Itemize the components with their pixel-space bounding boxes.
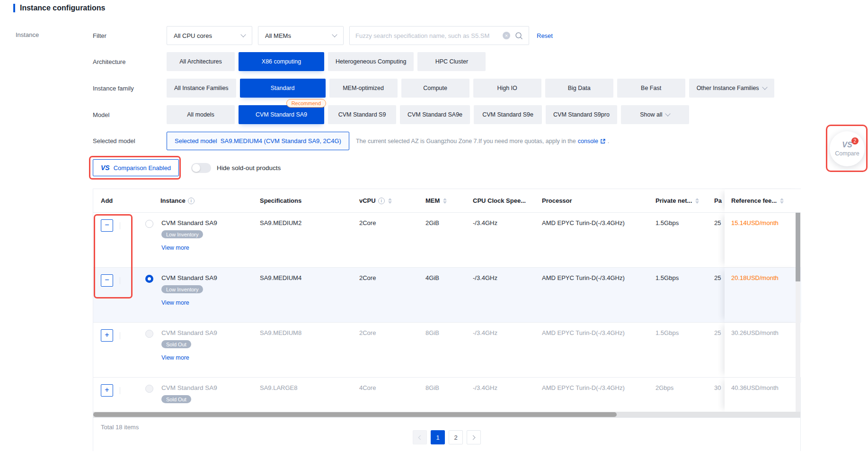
packet-cell-value: 25 <box>714 274 721 281</box>
instance-cell: CVM Standard SA9Low InventoryView more <box>138 268 252 322</box>
option-standard[interactable]: Standard <box>240 79 326 98</box>
horizontal-scrollbar-thumb[interactable] <box>93 412 617 417</box>
selected-model-label: Selected model <box>93 137 167 145</box>
sort-icon[interactable] <box>388 198 392 204</box>
packet-cell: 25 <box>710 268 725 322</box>
clear-search-icon[interactable]: × <box>503 32 510 39</box>
chevron-down-icon <box>332 32 337 37</box>
option-label: All Architectures <box>179 58 222 65</box>
comparison-enabled-label: Comparison Enabled <box>114 164 171 172</box>
selected-model-row: Selected model Selected model SA9.MEDIUM… <box>93 132 609 150</box>
view-more-link[interactable]: View more <box>161 354 189 361</box>
instance-radio[interactable] <box>145 275 153 283</box>
horizontal-scrollbar[interactable] <box>93 412 800 417</box>
view-more-link[interactable]: View more <box>161 244 189 251</box>
search-icon[interactable] <box>515 32 523 40</box>
add-to-compare-button[interactable]: + <box>101 329 113 342</box>
option-all-models[interactable]: All models <box>167 105 235 124</box>
option-heterogeneous-computing[interactable]: Heterogeneous Computing <box>328 52 414 71</box>
pagination-page-2[interactable]: 2 <box>449 430 463 444</box>
table-row: +CVM Standard SA9Sold OutView moreSA9.ME… <box>93 323 800 378</box>
processor-cell-value: AMD EPYC Turin-D(-/3.4GHz) <box>542 329 625 336</box>
option-big-data[interactable]: Big Data <box>545 79 613 98</box>
table-row: +CVM Standard SA9Sold OutSA9.LARGE84Core… <box>93 378 800 412</box>
private-network-cell-value: 1.5Gbps <box>655 329 679 336</box>
pagination-page-1[interactable]: 1 <box>431 430 445 444</box>
table-row: −CVM Standard SA9Low InventoryView moreS… <box>93 213 800 268</box>
option-label: HPC Cluster <box>435 58 468 65</box>
column-header-vcpu[interactable]: vCPUi <box>352 189 418 212</box>
option-other-instance-families[interactable]: Other Instance Families <box>689 79 774 98</box>
console-link[interactable]: console <box>578 138 598 145</box>
price-value: 20.18USD/month <box>731 274 779 281</box>
instance-radio[interactable] <box>145 220 153 228</box>
instance-name: CVM Standard SA9 <box>161 384 217 391</box>
option-be-fast[interactable]: Be Fast <box>617 79 685 98</box>
toggle-knob <box>192 164 200 172</box>
option-label: MEM-optimized <box>343 85 384 91</box>
remove-from-compare-button[interactable]: − <box>101 219 113 232</box>
vcpu-cell-value: 2Core <box>359 219 376 226</box>
packet-cell-value: 25 <box>714 219 721 226</box>
column-header-private-net[interactable]: Private net... <box>648 189 710 212</box>
inventory-badge: Low Inventory <box>161 230 203 238</box>
processor-cell-value: AMD EPYC Turin-D(-/3.4GHz) <box>542 384 625 391</box>
option-mem-optimized[interactable]: MEM-optimized <box>329 79 398 98</box>
option-label: Compute <box>423 85 447 91</box>
column-header-reference-fee[interactable]: Reference fee... <box>725 189 801 212</box>
selected-model-box[interactable]: Selected model SA9.MEDIUM4 (CVM Standard… <box>167 132 349 150</box>
view-more-link[interactable]: View more <box>161 299 189 306</box>
inventory-badge: Sold Out <box>161 340 191 348</box>
column-header-label: CPU Clock Spee... <box>473 197 526 204</box>
instance-cell: CVM Standard SA9Sold OutView more <box>138 323 252 377</box>
option-x86-computing[interactable]: X86 computing <box>239 52 324 71</box>
cpu-cores-select[interactable]: All CPU cores <box>167 26 252 45</box>
pagination-prev-button[interactable] <box>413 430 427 444</box>
option-cvm-standard-sa9e[interactable]: CVM Standard SA9e <box>400 105 470 124</box>
reference-fee-cell: 40.36USD/month <box>725 378 800 412</box>
column-header-label: Private net... <box>655 197 692 204</box>
instance-name: CVM Standard SA9 <box>161 329 217 336</box>
search-input[interactable] <box>355 32 501 39</box>
specification-cell-value: SA9.LARGE8 <box>260 384 298 391</box>
option-show-all[interactable]: Show all <box>621 105 689 124</box>
divider <box>120 277 120 284</box>
vcpu-cell: 2Core <box>352 323 418 377</box>
compare-label: Compare <box>835 150 859 157</box>
option-hpc-cluster[interactable]: HPC Cluster <box>417 52 486 71</box>
add-cell: + <box>93 323 138 377</box>
option-cvm-standard-s9[interactable]: CVM Standard S9 <box>328 105 396 124</box>
sort-icon[interactable] <box>780 198 784 204</box>
pagination-next-button[interactable] <box>467 430 481 444</box>
filter-row: Filter All CPU cores All MEMs × Reset <box>93 26 553 45</box>
option-compute[interactable]: Compute <box>401 79 469 98</box>
option-all-architectures[interactable]: All Architectures <box>167 52 235 71</box>
reset-link[interactable]: Reset <box>537 32 553 39</box>
option-high-io[interactable]: High IO <box>473 79 541 98</box>
compare-floating-button[interactable]: VS 2 Compare <box>830 131 865 166</box>
private-network-cell: 1.5Gbps <box>648 323 710 377</box>
vertical-scrollbar[interactable] <box>796 213 800 412</box>
processor-cell: AMD EPYC Turin-D(-/3.4GHz) <box>534 213 648 267</box>
sidebar-item-instance: Instance <box>16 31 39 38</box>
inventory-badge: Sold Out <box>161 395 191 403</box>
option-cvm-standard-sa9[interactable]: CVM Standard SA9Recommend <box>239 105 324 124</box>
option-cvm-standard-s9pro[interactable]: CVM Standard S9pro <box>546 105 617 124</box>
option-all-instance-families[interactable]: All Instance Families <box>167 79 236 98</box>
mem-select[interactable]: All MEMs <box>258 26 344 45</box>
hide-soldout-toggle[interactable] <box>191 163 211 173</box>
specification-cell-value: SA9.MEDIUM2 <box>260 219 301 226</box>
vertical-scrollbar-thumb[interactable] <box>796 213 800 281</box>
remove-from-compare-button[interactable]: − <box>101 274 113 287</box>
hide-soldout-label: Hide sold-out products <box>217 164 281 172</box>
add-to-compare-button[interactable]: + <box>101 384 113 397</box>
az-note-period: . <box>608 138 609 145</box>
cpu-clock-speed-cell-value: -/3.4GHz <box>473 274 497 281</box>
option-cvm-standard-s9e[interactable]: CVM Standard S9e <box>474 105 542 124</box>
sort-icon[interactable] <box>443 198 447 204</box>
instance-family-row: Instance family All Instance FamiliesSta… <box>93 79 778 98</box>
reference-fee-cell: 15.14USD/month <box>725 213 801 267</box>
sort-icon[interactable] <box>695 198 699 204</box>
comparison-enabled-button[interactable]: VS Comparison Enabled <box>93 159 179 176</box>
column-header-mem[interactable]: MEM <box>418 189 465 212</box>
